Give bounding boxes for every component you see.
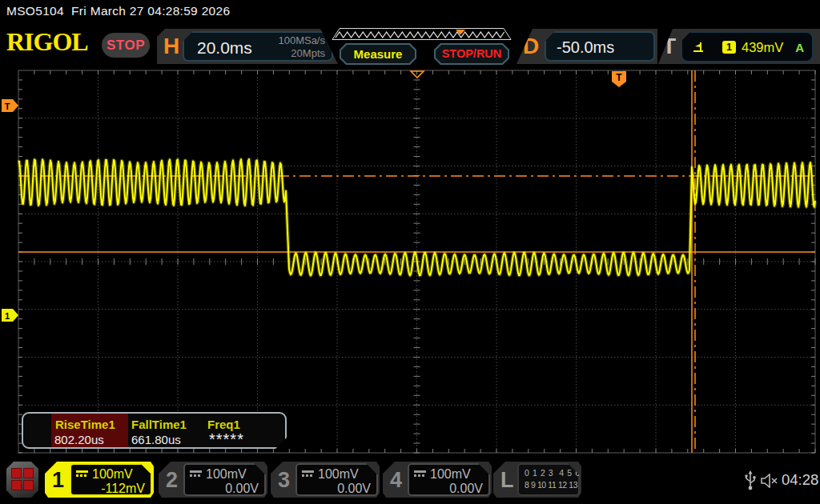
menu-grid-icon	[11, 468, 22, 478]
channel-4-box[interactable]: 4 100mV 0.00V	[383, 462, 492, 498]
channel-3-box[interactable]: 3 100mV 0.00V	[271, 462, 380, 498]
measure-button[interactable]: Measure	[340, 43, 416, 65]
dc-coupling-icon	[76, 470, 88, 478]
channel-2-box[interactable]: 2 100mV 0.00V	[159, 462, 267, 498]
svg-text:1: 1	[5, 311, 10, 321]
channel-scale: 100mV	[92, 467, 133, 482]
sample-rate: 100MSa/s	[278, 34, 325, 47]
measurement-label: Freq1	[207, 418, 240, 431]
logic-channels-row2: 8 9 10 11 12 13 14 15	[525, 480, 599, 490]
delay-box[interactable]: -50.0ms	[545, 31, 655, 62]
logic-channels-row1: 0 1 2 3 4 5 6 7	[525, 468, 589, 478]
measurement-label: FallTime1	[131, 418, 187, 431]
rigol-logo: RIGOL	[6, 27, 88, 57]
acquisition-info: 100MSa/s 20Mpts	[278, 34, 325, 60]
run-state-badge[interactable]: STOP	[102, 33, 150, 58]
oscilloscope-screen: T1T MSO5104 Fri March 27 04:28:59 2026 R…	[0, 0, 820, 504]
trigger-position-marker[interactable]: T	[612, 71, 626, 87]
channel-panel: 100mV 0.00V	[295, 463, 378, 496]
logic-channels-box[interactable]: L 0 1 2 3 4 5 6 7 8 9 10 11 12 13 14 15	[493, 462, 581, 498]
svg-text:T: T	[5, 102, 10, 111]
channel-1-box[interactable]: 1 100mV -112mV	[45, 462, 154, 498]
usb-icon	[744, 470, 757, 491]
channel-scale: 100mV	[430, 467, 471, 482]
measure-button-label: Measure	[341, 45, 415, 63]
measurement-value: 661.80us	[131, 433, 181, 446]
channel-scale: 100mV	[206, 467, 247, 482]
trigger-level-marker[interactable]: T	[2, 99, 18, 112]
channel-offset: 0.00V	[449, 482, 483, 496]
horizontal-label: H	[163, 34, 179, 59]
trigger-sweep-mode: A	[795, 41, 804, 54]
measurement-value: 802.20us	[54, 433, 104, 446]
svg-text:T: T	[616, 72, 622, 83]
trigger-settings-box[interactable]: T 1 439mV A	[658, 29, 820, 64]
rising-edge-trigger-icon	[692, 39, 708, 54]
horizontal-settings-box[interactable]: H 20.0ms 100MSa/s 20Mpts	[157, 29, 338, 64]
measurement-label: RiseTime1	[55, 418, 115, 431]
dc-coupling-icon	[302, 470, 314, 478]
memory-depth: 20Mpts	[278, 47, 325, 60]
channel-offset: 0.00V	[225, 482, 259, 496]
stop-run-button-label: STOP/RUN	[436, 45, 508, 63]
titlebar: MSO5104 Fri March 27 04:28:59 2026	[0, 0, 820, 24]
channel-offset: -112mV	[101, 482, 145, 496]
channel-scale: 100mV	[318, 467, 359, 482]
dc-coupling-icon	[190, 470, 202, 478]
trigger-box[interactable]: 1 439mV A	[681, 31, 814, 62]
channel-number: 4	[390, 468, 402, 493]
delay-label: D	[523, 34, 539, 59]
logic-panel: 0 1 2 3 4 5 6 7 8 9 10 11 12 13 14 15	[517, 463, 580, 496]
trigger-level-value: 439mV	[742, 40, 783, 55]
speaker-muted-icon	[761, 474, 780, 488]
measurement-results-panel[interactable]: RiseTime1 FallTime1 Freq1 802.20us 661.8…	[22, 412, 287, 449]
menu-grid-icon	[11, 480, 22, 490]
delay-value: -50.0ms	[557, 38, 614, 57]
timebase-box[interactable]: 20.0ms 100MSa/s 20Mpts	[183, 31, 333, 62]
logic-label: L	[500, 468, 514, 493]
channel-number: 2	[166, 468, 178, 493]
channel-panel: 100mV 0.00V	[183, 463, 266, 496]
menu-grid-icon	[23, 480, 34, 490]
trigger-source-badge: 1	[722, 41, 736, 54]
header-bar: RIGOL STOP H 20.0ms 100MSa/s 20Mpts Meas…	[0, 24, 820, 66]
channel-panel: 100mV 0.00V	[408, 463, 490, 496]
channel-offset: 0.00V	[337, 482, 371, 496]
trigger-label: T	[662, 34, 676, 59]
channel-panel: 100mV -112mV	[70, 463, 152, 496]
clock: 04:28	[782, 471, 818, 489]
menu-grid-icon	[23, 468, 34, 478]
model-and-datetime: MSO5104 Fri March 27 04:28:59 2026	[6, 4, 230, 18]
stop-run-button[interactable]: STOP/RUN	[434, 43, 509, 65]
channel-status-bar: 1 100mV -112mV 2 100mV 0.00V 3 100mV 0.0…	[0, 458, 820, 504]
channel-number: 1	[52, 468, 64, 493]
channel-1-ground-marker[interactable]: 1	[2, 309, 18, 322]
channel-number: 3	[278, 468, 290, 493]
delay-settings-box[interactable]: D -50.0ms	[517, 29, 657, 64]
dc-coupling-icon	[414, 470, 426, 478]
menu-button[interactable]	[6, 462, 38, 498]
timebase-value: 20.0ms	[197, 38, 252, 58]
measurement-value: *****	[209, 430, 244, 449]
